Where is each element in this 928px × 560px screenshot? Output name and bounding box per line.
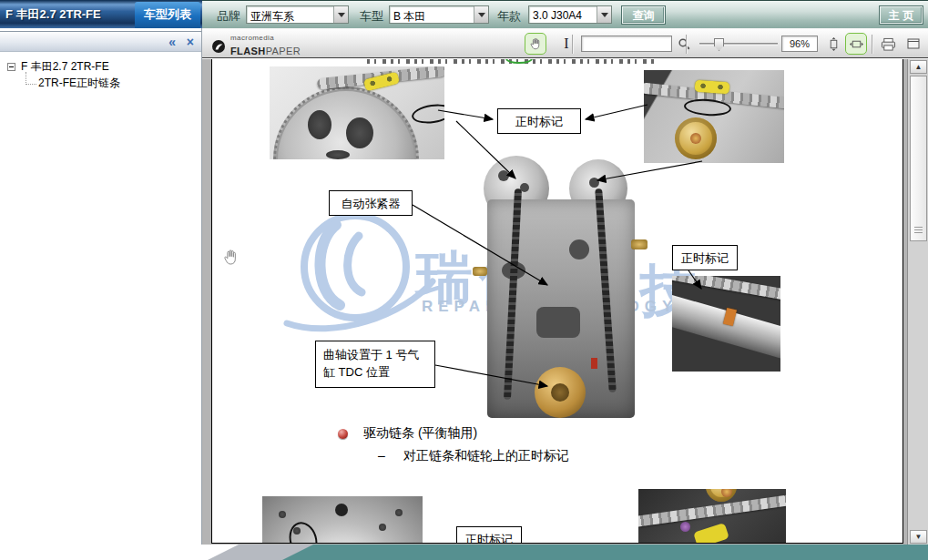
fit-width-button[interactable] <box>845 33 867 55</box>
footer-band <box>0 545 928 560</box>
scrollbar-grip <box>914 227 923 233</box>
macromedia-logo-icon <box>211 39 226 54</box>
toolbar-separator <box>686 35 687 54</box>
hand-icon <box>529 37 543 51</box>
scrollbar-thumb[interactable] <box>910 76 927 241</box>
flashpaper-logo: macromedia FLASHPAPER <box>211 34 301 58</box>
toolbar-separator <box>872 35 872 54</box>
ibeam-icon: I <box>564 36 568 52</box>
photo-balance-chain <box>638 489 786 544</box>
chevron-down-icon[interactable] <box>597 6 611 23</box>
fit-width-icon <box>850 37 863 51</box>
callout-timing-mark-right: 正时标记 <box>672 245 738 270</box>
scroll-up-button[interactable]: ▲ <box>910 60 927 74</box>
model-select[interactable]: B 本田 <box>389 5 489 24</box>
search-button[interactable] <box>675 33 693 55</box>
print-button[interactable] <box>877 33 899 55</box>
close-panel-icon[interactable]: × <box>187 35 194 49</box>
page-view-icon <box>907 38 920 49</box>
timing-mark-ellipse <box>411 102 444 126</box>
callout-crank-line1: 曲轴设置于 1 号气 <box>323 346 429 363</box>
app-window: F 丰田2.7 2TR-FE 车型列表 品牌 亚洲车系 车型 B 本田 年款 3… <box>0 0 928 560</box>
brass-bolt <box>706 489 737 502</box>
purple-bolt <box>680 522 690 532</box>
zoom-slider[interactable] <box>699 43 778 46</box>
sidebar: « × F 丰田2.7 2TR-FE 2TR-FE正时链条 <box>0 28 202 545</box>
home-button[interactable]: 主 页 <box>880 6 923 24</box>
viewer-toolbar: macromedia FLASHPAPER I <box>202 28 928 58</box>
tree-node-label: 2TR-FE正时链条 <box>38 76 120 91</box>
callout-timing-mark-top: 正时标记 <box>497 108 581 134</box>
collapse-node-icon[interactable] <box>7 63 15 71</box>
photo-cam-sprocket-left <box>270 66 444 159</box>
logo-text-flash: FLASH <box>230 46 266 56</box>
hand-tool-button[interactable] <box>525 33 546 55</box>
tree-node-root[interactable]: F 丰田2.7 2TR-FE <box>7 59 109 75</box>
callout-crank-line2: 缸 TDC 位置 <box>323 363 429 381</box>
sub-bullet-text: 对正链条和链轮上的正时标记 <box>403 448 569 464</box>
crankshaft-shape <box>672 293 780 366</box>
sidebar-header: « × <box>0 31 201 52</box>
search-input[interactable] <box>581 36 672 52</box>
brand-label: 品牌 <box>217 8 240 25</box>
timing-mark-ellipse <box>285 519 321 544</box>
text-select-tool-button[interactable]: I <box>556 33 577 55</box>
search-icon <box>678 37 691 51</box>
sub-bullet-dash: – <box>378 448 385 463</box>
photo-crankshaft-mark <box>672 276 780 372</box>
logo-text-small: macromedia <box>230 34 301 42</box>
flashpaper-viewer: macromedia FLASHPAPER I <box>202 28 928 545</box>
photo-engine-front <box>482 152 640 422</box>
bullet-text: 驱动链条 (平衡轴用) <box>363 425 477 442</box>
collapse-panel-icon[interactable]: « <box>168 35 176 49</box>
model-label: 车型 <box>360 8 383 25</box>
toolbar-separator <box>572 35 573 54</box>
printer-icon <box>881 37 896 51</box>
fit-height-icon <box>827 37 841 51</box>
year-label: 年款 <box>497 8 521 25</box>
photo-balance-sprocket <box>262 496 423 544</box>
tree-connector <box>25 72 36 85</box>
zoom-level-field[interactable]: 96% <box>781 36 818 52</box>
logo-text-paper: PAPER <box>266 46 301 56</box>
footer-teal-stripe <box>273 545 928 560</box>
callout-timing-mark-bottom: 正时标记 <box>456 526 522 544</box>
single-page-view-button[interactable] <box>904 33 923 55</box>
zoom-slider-thumb[interactable] <box>714 38 724 51</box>
chevron-down-icon[interactable] <box>474 6 488 23</box>
tree-node-timing-chain[interactable]: 2TR-FE正时链条 <box>25 76 120 91</box>
watermark-logo-icon <box>270 205 440 334</box>
brand-select[interactable]: 亚洲车系 <box>246 5 349 24</box>
brand-select-value: 亚洲车系 <box>250 9 294 25</box>
fit-height-button[interactable] <box>822 33 844 55</box>
vehicle-filter-form: 品牌 亚洲车系 车型 B 本田 年款 3.0 J30A4 查询 主 页 <box>202 0 928 28</box>
page-title: F 丰田2.7 2TR-FE <box>5 6 101 23</box>
year-select[interactable]: 3.0 J30A4 <box>528 5 612 24</box>
yellow-timing-mark <box>693 523 729 544</box>
tab-vehicle-list[interactable]: 车型列表 <box>135 2 200 28</box>
scroll-down-button[interactable]: ▼ <box>910 530 927 544</box>
yellow-chain-link <box>695 80 730 95</box>
red-mark <box>591 358 597 369</box>
photo-cam-sprocket-right <box>644 70 784 163</box>
year-select-value: 3.0 J30A4 <box>533 9 582 22</box>
brass-fitting <box>473 267 487 276</box>
query-button[interactable]: 查询 <box>622 6 665 24</box>
topbar-title-area: F 丰田2.7 2TR-FE 车型列表 <box>0 0 202 28</box>
callout-tensioner: 自动张紧器 <box>329 190 413 216</box>
model-select-value: B 本田 <box>393 9 425 25</box>
brass-bolt <box>675 117 717 159</box>
chevron-down-icon[interactable] <box>333 6 348 23</box>
crank-pulley <box>535 367 586 418</box>
hand-cursor-icon <box>222 249 240 267</box>
callout-crank-tdc: 曲轴设置于 1 号气 缸 TDC 位置 <box>315 341 435 388</box>
document-viewport[interactable]: 瑞佩 科技 REPAIR OLOGY <box>202 59 928 545</box>
document-page: 瑞佩 科技 REPAIR OLOGY <box>211 59 903 544</box>
vertical-scrollbar[interactable]: ▲ ▼ <box>907 59 928 545</box>
sprocket-shape <box>273 87 419 159</box>
brass-fitting <box>631 239 648 249</box>
topbar: F 丰田2.7 2TR-FE 车型列表 品牌 亚洲车系 车型 B 本田 年款 3… <box>0 0 928 28</box>
bullet-icon <box>338 429 348 439</box>
